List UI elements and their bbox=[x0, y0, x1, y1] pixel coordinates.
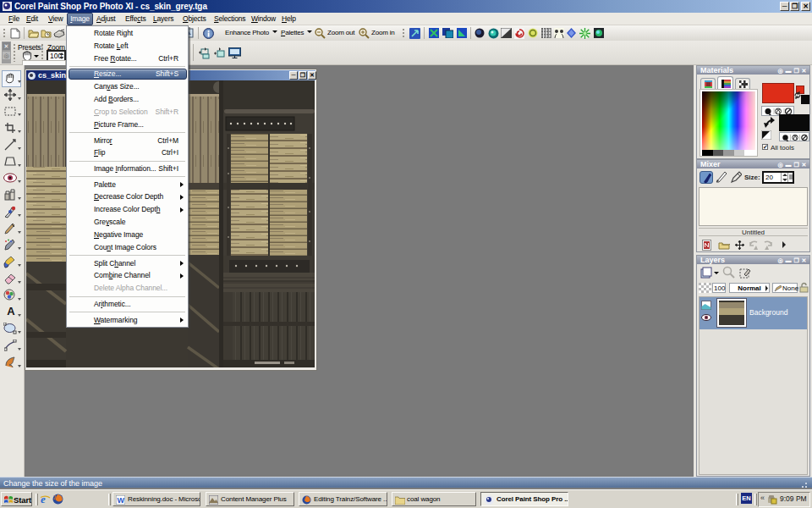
svg-text:e: e bbox=[41, 494, 46, 505]
svg-text:W: W bbox=[118, 496, 125, 505]
